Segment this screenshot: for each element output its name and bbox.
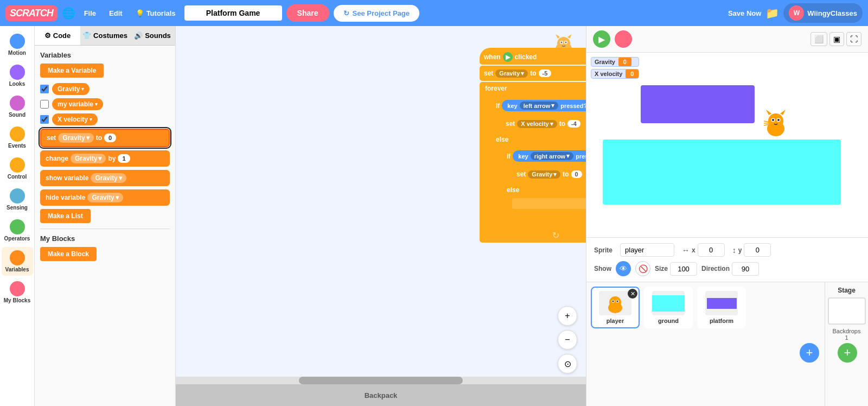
set-xvel-block[interactable]: set X velocity ▾ to -4 — [501, 116, 586, 131]
xvelocity-pill[interactable]: X velocity ▾ — [52, 113, 98, 125]
looks-dot — [10, 65, 25, 80]
sprite-item-player[interactable]: ✕ player — [591, 287, 640, 328]
zoom-in-button[interactable]: + — [558, 306, 577, 326]
category-motion[interactable]: Motion — [2, 30, 33, 59]
costumes-tab-icon: 👕 — [82, 31, 91, 40]
make-block-button[interactable]: Make a Block — [40, 247, 97, 261]
left-arrow-dropdown[interactable]: left arrow ▾ — [520, 101, 559, 110]
sprite-item-ground[interactable]: ground — [644, 287, 693, 328]
zoom-out-button[interactable]: − — [558, 330, 577, 350]
player-delete-button[interactable]: ✕ — [628, 289, 637, 299]
category-variables[interactable]: Variables — [2, 247, 33, 276]
save-now-button[interactable]: Save Now — [728, 9, 761, 17]
variables-dot — [10, 250, 25, 265]
x-input[interactable] — [698, 243, 725, 257]
flag-icon: ▶ — [503, 52, 513, 62]
category-events[interactable]: Events — [2, 123, 33, 152]
hide-variable-block[interactable]: hide variable Gravity ▾ — [40, 189, 170, 206]
hide-var-dropdown[interactable]: Gravity ▾ — [87, 193, 123, 202]
right-arrow-dropdown[interactable]: right arrow ▾ — [531, 152, 573, 160]
tab-costumes[interactable]: 👕 Costumes — [80, 26, 130, 45]
xvel-dropdown[interactable]: X velocity ▾ — [517, 120, 557, 128]
stop-button[interactable] — [615, 30, 632, 48]
add-backdrop-button[interactable]: + — [838, 343, 857, 363]
show-eye-button[interactable]: 👁 — [616, 261, 631, 276]
category-looks[interactable]: Looks — [2, 61, 33, 90]
gravity-monitor: Gravity 0 — [591, 57, 639, 67]
globe-button[interactable]: 🌐 — [62, 7, 75, 20]
set-gravity-value[interactable]: 0 — [104, 134, 116, 142]
small-stage-button[interactable]: ⬜ — [810, 32, 827, 46]
scrollbar-thumb[interactable] — [299, 377, 463, 384]
make-list-button[interactable]: Make a List — [40, 209, 91, 223]
green-flag-button[interactable]: ▶ — [593, 30, 610, 48]
fullscreen-button[interactable]: ⛶ — [846, 32, 861, 46]
set-gravity2-block[interactable]: set Gravity ▾ to 0 — [512, 167, 586, 182]
gravity2-dropdown[interactable]: Gravity ▾ — [528, 170, 560, 179]
sprite-name-input[interactable] — [620, 243, 674, 257]
folder-icon[interactable]: 📁 — [765, 7, 779, 20]
make-variable-button[interactable]: Make a Variable — [40, 64, 104, 78]
gravity-arrow: ▾ — [81, 86, 84, 92]
backpack-bar[interactable]: Backpack — [176, 384, 586, 406]
gravity2-val[interactable]: 0 — [571, 170, 582, 178]
file-menu[interactable]: File — [80, 7, 100, 20]
normal-stage-button[interactable]: ▣ — [829, 32, 844, 46]
canvas-controls: + − ⊙ — [558, 306, 577, 373]
if-right-arrow-block[interactable]: if key right arrow ▾ pressed? then — [501, 148, 586, 218]
edit-menu[interactable]: Edit — [105, 7, 127, 20]
gravity-pill[interactable]: Gravity ▾ — [52, 83, 90, 95]
if-left-arrow-block[interactable]: if key left arrow ▾ pressed? then — [490, 97, 586, 225]
xvelocity-checkbox[interactable] — [40, 115, 49, 124]
change-gravity-value[interactable]: 1 — [118, 154, 130, 163]
right-arrow-condition[interactable]: key right arrow ▾ pressed? — [513, 150, 586, 162]
left-arrow-condition[interactable]: key left arrow ▾ pressed? — [502, 100, 586, 111]
category-sound[interactable]: Sound — [2, 92, 33, 121]
tab-sounds[interactable]: 🔊 Sounds — [130, 26, 175, 45]
set-gravity-main-block[interactable]: set Gravity ▾ to -5 — [480, 66, 586, 81]
my-variable-checkbox[interactable] — [40, 100, 49, 109]
change-gravity-dropdown[interactable]: Gravity ▾ — [71, 154, 106, 163]
direction-input[interactable] — [732, 262, 759, 276]
show-var-dropdown[interactable]: Gravity ▾ — [91, 173, 126, 183]
share-button[interactable]: Share — [286, 4, 329, 22]
size-input[interactable] — [670, 262, 697, 276]
clicked-label: clicked — [515, 53, 537, 61]
category-my-blocks[interactable]: My Blocks — [2, 278, 33, 307]
gravity-val[interactable]: -5 — [539, 69, 552, 77]
variables-label: Variables — [5, 267, 29, 272]
when-flag-block[interactable]: when ▶ clicked — [480, 48, 586, 65]
y-input[interactable] — [744, 243, 771, 257]
forever-block[interactable]: forever if key left arrow ▾ pressed? — [480, 82, 586, 243]
change-gravity-block[interactable]: change Gravity ▾ by 1 — [40, 150, 170, 167]
reset-zoom-button[interactable]: ⊙ — [558, 354, 577, 373]
events-dot — [10, 126, 25, 142]
svg-point-14 — [772, 119, 774, 121]
code-area[interactable]: when ▶ clicked set Gravity ▾ to -5 forev… — [176, 26, 586, 406]
tab-code[interactable]: ⚙ Code — [35, 26, 80, 45]
set-gravity-block[interactable]: set Gravity ▾ to 0 — [40, 129, 170, 147]
stage-thumbnail[interactable] — [828, 297, 866, 325]
category-sensing[interactable]: Sensing — [2, 185, 33, 214]
show-variable-block[interactable]: show variable Gravity ▾ — [40, 170, 170, 186]
gravity-checkbox[interactable] — [40, 85, 49, 93]
code-canvas: when ▶ clicked set Gravity ▾ to -5 forev… — [176, 26, 586, 406]
horizontal-scrollbar[interactable] — [176, 377, 586, 384]
my-variable-pill[interactable]: my variable ▾ — [52, 98, 103, 110]
code-stack: when ▶ clicked set Gravity ▾ to -5 forev… — [480, 48, 586, 243]
xvel-val[interactable]: -4 — [567, 120, 580, 128]
sprite-item-platform[interactable]: platform — [697, 287, 746, 328]
category-control[interactable]: Control — [2, 154, 33, 183]
category-operators[interactable]: Operators — [2, 216, 33, 245]
stage-thumb-svg — [831, 299, 863, 323]
top-navigation: SCRATCH 🌐 File Edit 💡 Tutorials Share ↻ … — [0, 0, 868, 26]
hide-eye-button[interactable]: 🚫 — [635, 261, 650, 276]
user-badge[interactable]: W WiingyClasses — [783, 3, 863, 23]
set-gravity-dropdown[interactable]: Gravity ▾ — [58, 133, 93, 143]
see-project-button[interactable]: ↻ See Project Page — [334, 5, 420, 22]
add-sprite-button[interactable]: + — [800, 343, 819, 363]
backpack-label: Backpack — [365, 391, 398, 399]
gravity-var-dropdown[interactable]: Gravity ▾ — [495, 69, 528, 78]
project-title-input[interactable] — [184, 5, 282, 21]
tutorials-button[interactable]: 💡 Tutorials — [131, 7, 180, 20]
